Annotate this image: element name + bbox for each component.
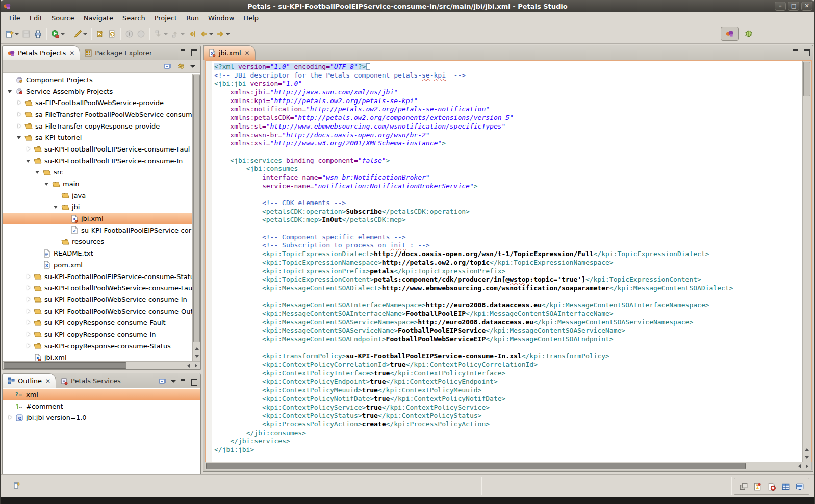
minimize-view-button[interactable] [180, 49, 187, 55]
tree-item[interactable]: su-KPI-FootballPoolEIPService-consume-In [3, 155, 192, 167]
tree-item[interactable]: resources [3, 236, 192, 248]
tree-item[interactable]: xjbi.xml [3, 213, 192, 224]
titlebar[interactable]: Petals - su-KPI-FootballPoolEIPService-c… [1, 0, 814, 12]
tree-item[interactable]: su-KPI-copyResponse-consume-Fault [3, 317, 192, 329]
collapse-all-button[interactable] [164, 62, 172, 70]
code-line[interactable]: <kpi:MessageContentSOAInterfaceName>Foot… [214, 310, 802, 318]
tree-item[interactable]: xjbi.xml [3, 352, 192, 361]
tree-item[interactable]: su-KPI-FootballPoolWebService-consume-Fa… [3, 282, 192, 294]
collapse-arrow-icon[interactable] [53, 204, 60, 210]
save-button[interactable] [21, 28, 32, 40]
tree-item[interactable]: sa-FileTransfer-FootballPoolWebService-c… [3, 109, 192, 120]
debug-perspective-button[interactable] [744, 29, 753, 38]
code-line[interactable]: <kpi:MessageContentSOAEndpoint>FootballP… [214, 335, 802, 344]
error-log-button[interactable] [767, 482, 776, 491]
editor-horizontal-scrollbar[interactable] [205, 462, 812, 470]
petals-perspective-button[interactable] [721, 27, 739, 41]
code-line[interactable]: <jbi:jbi version="1.0" [214, 80, 802, 88]
dropdown-arrow-icon[interactable] [15, 33, 19, 35]
code-line[interactable]: <kpi:ContextPolicyNotifDate>true</kpi:Co… [214, 395, 802, 404]
menu-run[interactable]: Run [182, 13, 203, 23]
menu-help[interactable]: Help [239, 13, 263, 23]
dropdown-arrow-icon[interactable] [181, 33, 185, 35]
code-line[interactable]: <!-- CDK elements --> [214, 199, 802, 208]
maximize-button[interactable]: □ [788, 2, 799, 11]
code-line[interactable] [214, 293, 802, 301]
code-line[interactable]: <kpi:MessageContentSOAInterfaceNamespace… [214, 301, 802, 310]
projects-horizontal-scrollbar[interactable] [3, 361, 200, 369]
outline-item[interactable]: --#comment [3, 400, 200, 412]
refresh-descriptor-button[interactable] [107, 28, 117, 40]
minimize-view-button[interactable] [180, 379, 187, 384]
fast-view-button[interactable] [13, 481, 21, 489]
close-editor-icon[interactable]: ✕ [245, 49, 250, 57]
restore-trim-button[interactable] [739, 482, 748, 491]
tree-item[interactable]: su-KPI-FootballPoolEIPService-consume-Fa… [3, 143, 192, 155]
print-button[interactable] [33, 28, 43, 40]
maximize-editor-button[interactable] [803, 49, 810, 55]
code-line[interactable] [214, 190, 802, 199]
expand-arrow-icon[interactable] [26, 146, 32, 153]
code-line[interactable]: <kpi:TopicExpressionPrefix>petals</kpi:T… [214, 267, 802, 276]
tree-item[interactable]: sa-EIP-FootballPoolWebService-provide [3, 97, 192, 109]
code-line[interactable]: <kpi:ContextPolicyCorrelationId>true</kp… [214, 361, 802, 369]
tree-item[interactable]: Component Projects [3, 74, 192, 86]
menu-navigate[interactable]: Navigate [79, 13, 118, 23]
code-line[interactable]: xmlns:st="http://www.ebmwebsourcing.com/… [214, 122, 802, 131]
tree-item[interactable]: Service Assembly Projects [3, 86, 192, 97]
tree-item[interactable]: su-KPI-FootballPoolWebService-consume-Ou… [3, 306, 192, 317]
maximize-view-button[interactable] [191, 379, 197, 384]
expand-arrow-icon[interactable] [26, 319, 32, 326]
expand-arrow-icon[interactable] [16, 99, 23, 106]
next-annotation-button[interactable] [153, 28, 169, 40]
code-line[interactable]: <!-- JBI descriptor for the Petals compo… [214, 71, 802, 80]
code-line[interactable]: <kpi:ContextPolicyMeuuid>true</kpi:Conte… [214, 386, 802, 395]
maximize-view-button[interactable] [191, 49, 197, 55]
tree-item[interactable]: jbi [3, 201, 192, 213]
code-line[interactable]: <kpi:ContextPolicyEndpoint>true</kpi:Con… [214, 377, 802, 386]
annotate-pen-button[interactable] [72, 28, 88, 40]
code-line[interactable]: <kpi:MessageContentSOAServiceNamespace>h… [214, 318, 802, 327]
expand-arrow-icon[interactable] [26, 331, 32, 338]
code-line[interactable]: xmlns:notification="http://petals.ow2.or… [214, 105, 802, 114]
run-button[interactable] [50, 28, 66, 40]
projects-vertical-scrollbar[interactable] [192, 74, 200, 361]
collapse-arrow-icon[interactable] [7, 88, 14, 95]
collapse-arrow-icon[interactable] [26, 158, 32, 164]
code-line[interactable]: <?xml version="1.0" encoding="UTF-8"?> [214, 63, 802, 71]
expand-arrow-icon[interactable] [16, 123, 23, 130]
problems-view-button[interactable] [781, 482, 791, 491]
zoom-in-button[interactable] [124, 28, 135, 40]
dropdown-arrow-icon[interactable] [83, 33, 87, 35]
progress-view-button[interactable] [753, 482, 762, 491]
tab-outline[interactable]: Outline ✕ [3, 373, 56, 388]
tree-item[interactable]: sa-FileTransfer-copyResponse-provide [3, 120, 192, 132]
expand-arrow-icon[interactable] [26, 343, 32, 349]
menu-window[interactable]: Window [203, 13, 239, 23]
code-line[interactable]: <kpi:ContextPolicyService>true</kpi:Cont… [214, 404, 802, 412]
tree-item[interactable]: su-KPI-FootballPoolWebService-consume-In [3, 294, 192, 306]
tree-item[interactable]: su-KPI-copyResponse-consume-In [3, 329, 192, 340]
menu-project[interactable]: Project [150, 13, 182, 23]
code-line[interactable]: <!-- Component specific elements --> [214, 233, 802, 242]
zoom-out-button[interactable] [136, 28, 146, 40]
tab-petals-projects[interactable]: Petals Projects ✕ [3, 45, 80, 60]
view-menu-button[interactable] [171, 380, 176, 383]
tree-item[interactable]: java [3, 190, 192, 201]
collapse-arrow-icon[interactable] [16, 134, 23, 141]
dropdown-arrow-icon[interactable] [164, 33, 168, 35]
code-line[interactable]: <petalsCDK:mep>InOut</petalsCDK:mep> [214, 216, 802, 224]
menu-source[interactable]: Source [47, 13, 79, 23]
code-line[interactable]: </jbi:jbi> [214, 446, 802, 455]
tree-item[interactable]: main [3, 178, 192, 190]
xml-source-editor[interactable]: <?xml version="1.0" encoding="UTF-8"?><!… [212, 61, 802, 462]
code-line[interactable]: service-name="notification:NotificationB… [214, 182, 802, 191]
code-line[interactable]: <kpi:TopicExpressionContent>petals:compo… [214, 275, 802, 284]
tree-item[interactable]: README.txt [3, 247, 192, 259]
close-tab-icon[interactable]: ✕ [69, 49, 74, 57]
tree-item[interactable]: xpom.xml [3, 259, 192, 271]
code-line[interactable]: xmlns:wsn-br="http://docs.oasis-open.org… [214, 131, 802, 140]
back-button[interactable] [198, 28, 214, 40]
collapse-arrow-icon[interactable] [44, 181, 50, 187]
expand-arrow-icon[interactable] [26, 296, 32, 303]
